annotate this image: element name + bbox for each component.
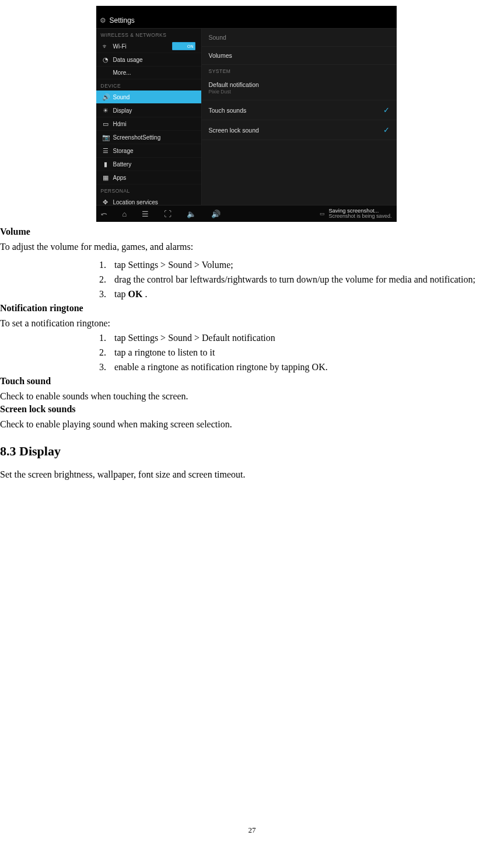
list-volume-steps: 1.tap Settings > Sound > Volume; 2.drag … [0,258,492,301]
para-touch-sound: Check to enable sounds when touching the… [0,390,492,403]
display-icon: ☀ [102,107,109,114]
sidebar-item-screenshotsetting[interactable]: 📷 ScreenshotSetting [96,131,201,144]
row-label: Default notification [209,81,390,88]
list-item: 3.enable a ringtone as notification ring… [99,360,492,374]
sidebar-item-hdmi[interactable]: ▭ Hdmi [96,117,201,131]
list-item: 1.tap Settings > Sound > Volume; [99,258,492,271]
wifi-icon: ᯤ [102,43,109,50]
sidebar-header-personal: PERSONAL [96,184,201,196]
sidebar-item-label: Sound [113,94,130,100]
sidebar-header-device: DEVICE [96,79,201,90]
volume-down-icon[interactable]: 🔈 [187,210,196,218]
settings-sidebar: WIRELESS & NETWORKS ᯤ Wi-Fi ON ◔ Data us… [96,29,202,205]
list-text: tap Settings > Sound > Volume; [114,260,233,270]
list-number: 3. [99,360,114,374]
para-notif-intro: To set a notification ringtone: [0,317,492,330]
list-number: 3. [99,287,114,301]
camera-icon: 📷 [102,134,109,141]
sidebar-item-label: Location services [113,199,158,206]
list-item: 2.drag the control bar leftwards/rightwa… [99,273,492,286]
list-text: tap a ringtone to listen to it [114,347,215,357]
list-number: 2. [99,273,114,286]
row-label: Volumes [209,52,232,59]
list-notif-steps: 1.tap Settings > Sound > Default notific… [0,331,492,374]
page-number: 27 [0,826,504,835]
sidebar-item-more[interactable]: More... [96,67,201,79]
sidebar-header-wireless: WIRELESS & NETWORKS [96,29,201,40]
list-text: enable a ringtone as notification ringto… [114,362,328,372]
list-item: 3.tap OK . [99,287,492,301]
android-settings-screenshot: ⚙ Settings WIRELESS & NETWORKS ᯤ Wi-Fi O… [96,6,397,222]
battery-icon: ▮ [102,161,109,168]
row-default-notification[interactable]: Default notification Pixie Dust [202,76,397,100]
sidebar-item-battery[interactable]: ▮ Battery [96,158,201,171]
sidebar-item-label: More... [113,69,131,76]
row-sublabel: Pixie Dust [209,89,390,95]
row-screen-lock-sound[interactable]: Screen lock sound ✓ [202,120,397,140]
sidebar-item-wifi[interactable]: ᯤ Wi-Fi ON [96,40,201,53]
section-title-display: 8.3 Display [0,444,492,459]
sidebar-item-label: Storage [113,148,134,154]
toast-subtitle: Screenshot is being saved. [328,214,391,220]
volume-up-icon[interactable]: 🔊 [211,210,220,218]
wifi-toggle-on[interactable]: ON [172,42,195,50]
row-label: Screen lock sound [209,127,259,134]
sidebar-item-label: Wi-Fi [113,43,127,50]
list-item: 1.tap Settings > Sound > Default notific… [99,331,492,344]
para-screen-lock: Check to enable playing sound when makin… [0,418,492,431]
list-text: drag the control bar leftwards/rightward… [114,274,475,284]
sidebar-item-label: Hdmi [113,121,127,127]
settings-detail-pane: Sound Volumes SYSTEM Default notificatio… [202,29,397,205]
sidebar-item-sound[interactable]: 🔊 Sound [96,90,201,104]
sidebar-item-label: Battery [113,161,132,168]
list-number: 1. [99,258,114,271]
list-text: . [142,289,147,299]
detail-tab-sound[interactable]: Sound [202,29,397,47]
sidebar-item-label: Display [113,107,132,114]
sidebar-item-storage[interactable]: ☰ Storage [96,144,201,158]
status-bar [96,6,397,13]
heading-touch-sound: Touch sound [0,376,492,387]
heading-screen-lock-sounds: Screen lock sounds [0,404,492,415]
settings-icon: ⚙ [100,16,106,25]
heading-volume: Volume [0,227,492,237]
sidebar-item-data-usage[interactable]: ◔ Data usage [96,53,201,67]
screenshot-icon[interactable]: ⛶ [164,210,172,218]
row-label: Touch sounds [209,107,247,114]
list-text: tap [114,289,128,299]
heading-notification-ringtone: Notification ringtone [0,303,492,314]
checkmark-icon[interactable]: ✓ [383,126,390,134]
app-title: Settings [110,16,135,25]
list-number: 2. [99,346,114,359]
sound-icon: 🔊 [102,93,109,101]
recent-apps-icon[interactable]: ☰ [142,210,149,218]
list-text: tap Settings > Sound > Default notificat… [114,333,275,343]
list-number: 1. [99,331,114,344]
detail-header-system: SYSTEM [202,65,397,76]
data-usage-icon: ◔ [102,56,109,64]
picture-icon: ▭ [320,211,325,217]
apps-icon: ▦ [102,174,109,182]
storage-icon: ☰ [102,147,109,155]
sidebar-item-display[interactable]: ☀ Display [96,104,201,117]
checkmark-icon[interactable]: ✓ [383,106,390,114]
row-volumes[interactable]: Volumes [202,47,397,65]
row-touch-sounds[interactable]: Touch sounds ✓ [202,100,397,120]
sidebar-item-apps[interactable]: ▦ Apps [96,171,201,184]
back-icon[interactable]: ⤺ [101,210,107,218]
sidebar-item-label: Data usage [113,57,143,63]
sidebar-item-label: ScreenshotSetting [113,134,161,141]
system-navbar: ⤺ ⌂ ☰ ⛶ 🔈 🔊 ▭ Saving screenshot... Scree… [96,205,397,222]
app-titlebar: ⚙ Settings [96,13,397,29]
list-item: 2.tap a ringtone to listen to it [99,346,492,359]
list-text-bold: OK [128,289,143,299]
para-display: Set the screen brightness, wallpaper, fo… [0,468,492,481]
hdmi-icon: ▭ [102,120,109,128]
para-volume-intro: To adjust the volume for media, games, a… [0,241,492,253]
screenshot-toast: ▭ Saving screenshot... Screenshot is bei… [320,208,391,220]
home-icon[interactable]: ⌂ [123,210,127,218]
sidebar-item-label: Apps [113,175,127,181]
